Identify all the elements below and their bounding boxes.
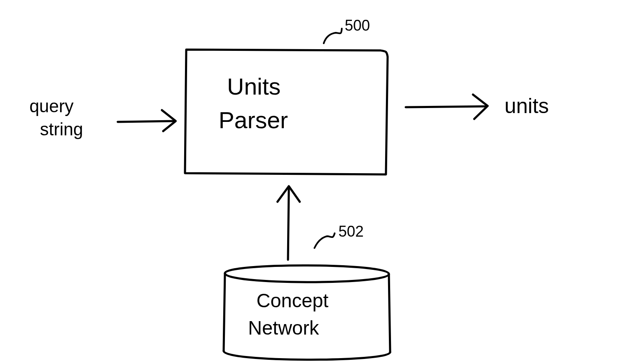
cylinder-top	[225, 265, 389, 282]
cylinder-right	[389, 274, 390, 352]
arrow-output-line	[406, 106, 486, 107]
output-label: units	[504, 95, 549, 118]
box-title-line1: Units	[227, 74, 281, 100]
callout-squiggle-502	[314, 233, 335, 248]
box-title-line2: Parser	[219, 107, 288, 133]
callout-500: 500	[345, 17, 370, 34]
callout-502: 502	[338, 223, 364, 240]
arrow-up-line	[288, 189, 289, 260]
input-label-line1: query	[29, 97, 74, 116]
cylinder-left	[224, 273, 225, 351]
arrow-input-line	[118, 121, 174, 122]
cylinder-bottom	[224, 351, 390, 360]
input-label-line2: string	[40, 120, 83, 139]
cylinder-title-line1: Concept	[256, 290, 328, 311]
cylinder-title-line2: Network	[248, 317, 319, 339]
callout-squiggle-500	[324, 29, 342, 43]
